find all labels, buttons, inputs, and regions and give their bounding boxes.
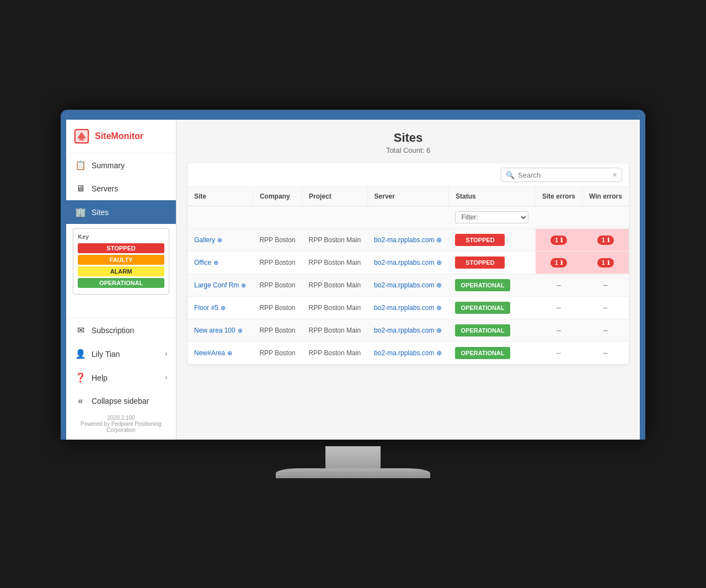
cell-site[interactable]: Office ⊕ [188, 252, 253, 274]
site-link[interactable]: Large Conf Rm ⊕ [194, 281, 246, 289]
page-subtitle: Total Count: 6 [188, 146, 629, 154]
site-error-badge: 1 ℹ [550, 236, 567, 245]
table-header-row: Site Company Project Server Status Site … [188, 187, 629, 206]
cell-site[interactable]: New area 100 ⊕ [188, 319, 253, 342]
cell-win-errors[interactable]: 1 ℹ [582, 252, 629, 274]
bottom-nav: ✉ Subscription 👤 Lily Tian › [66, 318, 176, 440]
table-row: New#Area ⊕RPP BostonRPP Boston Mainbo2-m… [188, 342, 629, 365]
status-badge: STOPPED [455, 256, 505, 269]
cell-server[interactable]: bo2-ma.rpplabs.com ⊕ [367, 342, 448, 365]
status-badge: OPERATIONAL [455, 279, 510, 291]
info-icon2: ℹ [607, 259, 609, 266]
sidebar-item-user[interactable]: 👤 Lily Tian › [66, 342, 176, 366]
status-filter[interactable]: Filter: STOPPED FAULTY ALARM OPERATIONAL [455, 211, 528, 223]
cell-project: RPP Boston Main [302, 342, 368, 365]
subscription-icon: ✉ [75, 325, 86, 335]
filter-row: Filter: STOPPED FAULTY ALARM OPERATIONAL [188, 206, 629, 229]
server-ext-icon: ⊕ [436, 281, 442, 289]
cell-project: RPP Boston Main [302, 229, 368, 252]
sidebar-item-sites-label: Sites [92, 208, 109, 217]
server-link[interactable]: bo2-ma.rpplabs.com ⊕ [374, 327, 442, 334]
version-number: 2020.2.100 [71, 415, 172, 421]
server-link[interactable]: bo2-ma.rpplabs.com ⊕ [374, 349, 442, 357]
sidebar-item-help-label: Help [92, 373, 108, 382]
cell-site-errors[interactable]: 1 ℹ [536, 252, 582, 274]
sidebar-item-subscription[interactable]: ✉ Subscription [66, 318, 176, 342]
cell-site-errors: -- [536, 342, 582, 365]
col-win-errors: Win errors [582, 187, 629, 206]
sidebar-item-servers[interactable]: 🖥 Servers [66, 177, 176, 200]
server-ext-icon: ⊕ [436, 236, 442, 244]
sidebar-item-summary[interactable]: 📋 Summary [66, 153, 176, 177]
table-row: Office ⊕RPP BostonRPP Boston Mainbo2-ma.… [188, 252, 629, 274]
cell-project: RPP Boston Main [302, 319, 368, 342]
cell-site[interactable]: Gallery ⊕ [188, 229, 253, 252]
server-ext-icon: ⊕ [436, 304, 442, 312]
cell-company: RPP Boston [253, 297, 302, 319]
search-bar: 🔍 × [188, 163, 629, 187]
cell-server[interactable]: bo2-ma.rpplabs.com ⊕ [367, 229, 448, 252]
help-chevron-icon: › [165, 375, 167, 381]
cell-server[interactable]: bo2-ma.rpplabs.com ⊕ [367, 319, 448, 342]
cell-status: OPERATIONAL [448, 342, 535, 365]
cell-site-errors: -- [536, 297, 582, 319]
cell-site-errors[interactable]: 1 ℹ [536, 229, 582, 252]
sidebar-item-sites[interactable]: 🏢 Sites [66, 200, 176, 224]
server-link[interactable]: bo2-ma.rpplabs.com ⊕ [374, 259, 442, 266]
status-badge: STOPPED [455, 234, 505, 246]
server-link[interactable]: bo2-ma.rpplabs.com ⊕ [374, 304, 442, 312]
info-icon: ℹ [560, 237, 563, 244]
cell-company: RPP Boston [253, 229, 302, 252]
table-row: Gallery ⊕RPP BostonRPP Boston Mainbo2-ma… [188, 229, 629, 252]
cell-company: RPP Boston [253, 252, 302, 274]
cell-status: OPERATIONAL [448, 274, 535, 297]
cell-site[interactable]: New#Area ⊕ [188, 342, 253, 365]
svg-rect-3 [79, 138, 84, 141]
cell-project: RPP Boston Main [302, 274, 368, 297]
cell-site[interactable]: Floor #5 ⊕ [188, 297, 253, 319]
cell-win-errors: -- [582, 297, 629, 319]
search-input[interactable] [518, 171, 613, 179]
server-link[interactable]: bo2-ma.rpplabs.com ⊕ [374, 236, 442, 244]
key-faulty: FAULTY [78, 255, 164, 265]
sidebar-item-summary-label: Summary [92, 161, 125, 170]
cell-win-errors: -- [582, 274, 629, 297]
sidebar-item-help[interactable]: ❓ Help › [66, 366, 176, 389]
site-link[interactable]: Floor #5 ⊕ [194, 304, 246, 312]
col-company: Company [253, 187, 302, 206]
server-link[interactable]: bo2-ma.rpplabs.com ⊕ [374, 281, 442, 289]
cell-win-errors[interactable]: 1 ℹ [582, 229, 629, 252]
cell-server[interactable]: bo2-ma.rpplabs.com ⊕ [367, 274, 448, 297]
sidebar-item-collapse[interactable]: « Collapse sidebar [66, 389, 176, 413]
user-chevron-icon: › [165, 351, 167, 357]
filter-cell[interactable]: Filter: STOPPED FAULTY ALARM OPERATIONAL [448, 206, 535, 229]
cell-win-errors: -- [582, 342, 629, 365]
external-link-icon: ⊕ [227, 350, 232, 357]
logo-area: SiteMonitor [66, 120, 176, 153]
cell-site[interactable]: Large Conf Rm ⊕ [188, 274, 253, 297]
external-link-icon: ⊕ [241, 282, 246, 289]
site-link[interactable]: New#Area ⊕ [194, 349, 246, 357]
info-icon: ℹ [560, 259, 563, 266]
search-wrapper[interactable]: 🔍 × [501, 168, 622, 182]
external-link-icon: ⊕ [217, 237, 222, 244]
cell-server[interactable]: bo2-ma.rpplabs.com ⊕ [367, 297, 448, 319]
content-card: 🔍 × Site Company Project [188, 163, 629, 365]
cell-project: RPP Boston Main [302, 297, 368, 319]
cell-company: RPP Boston [253, 274, 302, 297]
site-link[interactable]: New area 100 ⊕ [194, 327, 246, 334]
cell-site-errors: -- [536, 319, 582, 342]
col-server: Server [367, 187, 448, 206]
site-link[interactable]: Gallery ⊕ [194, 236, 246, 244]
collapse-icon: « [75, 396, 86, 406]
site-link[interactable]: Office ⊕ [194, 259, 246, 266]
cell-win-errors: -- [582, 319, 629, 342]
cell-server[interactable]: bo2-ma.rpplabs.com ⊕ [367, 252, 448, 274]
table-row: Floor #5 ⊕RPP BostonRPP Boston Mainbo2-m… [188, 297, 629, 319]
status-badge: OPERATIONAL [455, 302, 510, 314]
win-error-badge: 1 ℹ [597, 236, 614, 245]
search-icon: 🔍 [506, 171, 515, 179]
page-title: Sites [188, 131, 629, 145]
version-info: 2020.2.100 Powered by Pedpoint Positioni… [66, 413, 176, 435]
search-clear-button[interactable]: × [613, 170, 617, 179]
